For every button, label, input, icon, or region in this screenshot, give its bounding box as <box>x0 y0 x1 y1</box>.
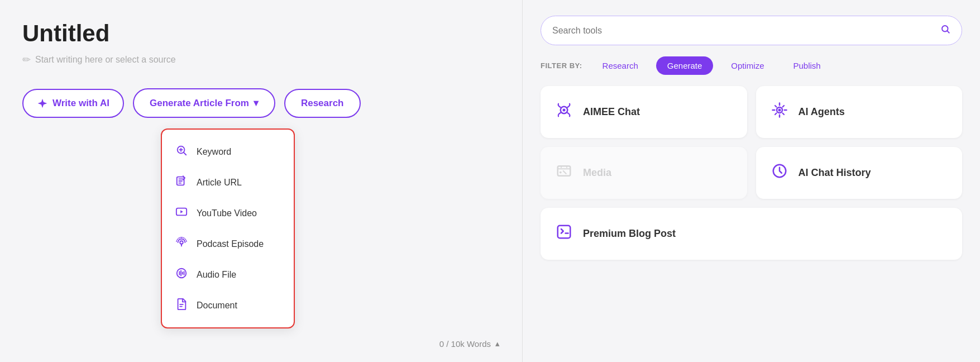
tool-card-ai-chat-history[interactable]: AI Chat History <box>756 147 963 199</box>
filter-research[interactable]: Research <box>591 56 649 75</box>
ai-chat-history-label: AI Chat History <box>799 167 871 179</box>
svg-point-8 <box>563 109 566 112</box>
chevron-down-icon: ▾ <box>254 97 259 109</box>
action-buttons: Write with AI Generate Article From ▾ Re… <box>22 88 500 118</box>
filter-label: FILTER BY: <box>541 61 582 70</box>
search-input[interactable] <box>552 26 935 36</box>
dropdown-item-article-url[interactable]: Article URL <box>162 167 294 198</box>
dropdown-item-document[interactable]: Document <box>162 290 294 321</box>
word-count-text: 0 / 10k Words <box>439 339 491 349</box>
tool-card-premium-blog-post[interactable]: Premium Blog Post <box>541 208 962 260</box>
filter-optimize[interactable]: Optimize <box>720 56 775 75</box>
dropdown-item-youtube[interactable]: YouTube Video <box>162 198 294 228</box>
dropdown-item-audio[interactable]: Audio File <box>162 259 294 290</box>
dropdown-podcast-label: Podcast Episode <box>197 239 264 249</box>
premium-blog-post-label: Premium Blog Post <box>583 228 676 240</box>
right-panel: FILTER BY: Research Generate Optimize Pu… <box>522 0 980 362</box>
tool-card-ai-agents[interactable]: AI Agents <box>756 86 963 138</box>
filter-section: FILTER BY: Research Generate Optimize Pu… <box>541 56 962 75</box>
tools-grid: AIMEE Chat AI Agents <box>541 86 962 260</box>
chevron-up-icon: ▴ <box>495 339 500 349</box>
document-icon <box>174 298 189 313</box>
premium-blog-post-icon <box>554 223 574 244</box>
ai-agents-icon <box>769 102 790 122</box>
youtube-icon <box>174 206 189 221</box>
svg-rect-14 <box>558 226 571 239</box>
dropdown-item-podcast[interactable]: Podcast Episode <box>162 228 294 259</box>
dropdown-keyword-label: Keyword <box>197 147 231 157</box>
subtitle-row: ✏ Start writing here or select a source <box>22 54 500 66</box>
filter-generate[interactable]: Generate <box>656 56 714 75</box>
aimee-chat-icon <box>554 102 574 122</box>
generate-dropdown-menu: Keyword Article URL <box>161 128 295 328</box>
sparkle-icon <box>37 98 48 109</box>
article-url-icon <box>174 175 189 190</box>
media-label: Media <box>583 167 611 179</box>
search-icon <box>940 24 950 37</box>
tool-card-aimee-chat[interactable]: AIMEE Chat <box>541 86 747 138</box>
dropdown-youtube-label: YouTube Video <box>197 208 257 218</box>
dropdown-article-url-label: Article URL <box>197 178 242 188</box>
pencil-icon: ✏ <box>22 54 31 66</box>
dropdown-audio-label: Audio File <box>197 270 236 280</box>
keyword-icon <box>174 144 189 159</box>
dropdown-document-label: Document <box>197 301 237 311</box>
svg-point-12 <box>560 172 562 174</box>
filter-publish[interactable]: Publish <box>782 56 832 75</box>
media-icon <box>554 163 574 183</box>
write-with-ai-button[interactable]: Write with AI <box>22 89 124 118</box>
word-count: 0 / 10k Words ▴ <box>439 339 500 349</box>
tool-card-media: Media <box>541 147 747 199</box>
research-button[interactable]: Research <box>284 89 361 118</box>
dropdown-item-keyword[interactable]: Keyword <box>162 136 294 167</box>
podcast-icon <box>174 236 189 251</box>
generate-article-button[interactable]: Generate Article From ▾ <box>133 88 275 118</box>
page-title: Untitled <box>22 20 500 47</box>
ai-agents-label: AI Agents <box>799 106 845 118</box>
left-panel: Untitled ✏ Start writing here or select … <box>0 0 522 362</box>
aimee-chat-label: AIMEE Chat <box>583 106 640 118</box>
svg-point-10 <box>778 109 781 112</box>
search-bar[interactable] <box>541 16 962 45</box>
audio-icon <box>174 267 189 282</box>
subtitle-text: Start writing here or select a source <box>35 55 176 65</box>
ai-chat-history-icon <box>769 163 790 183</box>
